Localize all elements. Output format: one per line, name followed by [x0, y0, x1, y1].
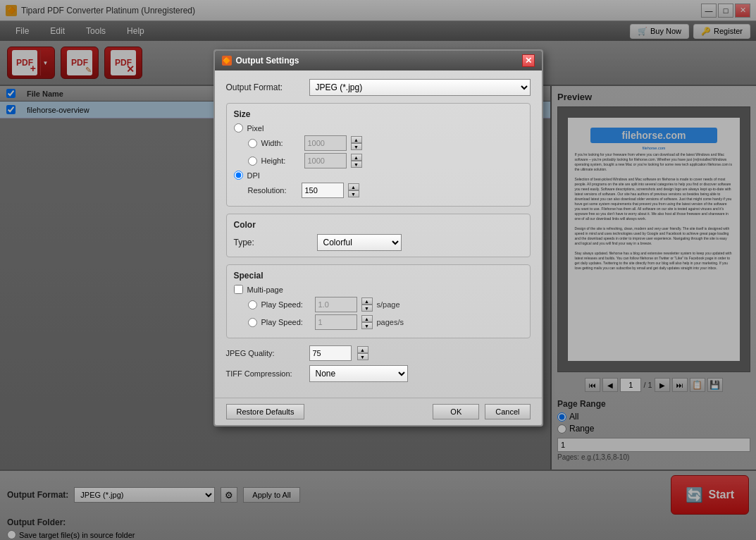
ok-button[interactable]: OK	[433, 404, 479, 419]
dialog-body: Output Format: JPEG (*.jpg) Size Pixel W…	[215, 70, 542, 395]
jpeg-quality-input[interactable]	[309, 345, 352, 361]
dialog-title: Output Settings	[236, 56, 299, 66]
play-speed-1-row: Play Speed: ▲ ▼ s/page	[248, 297, 523, 312]
jpeg-quality-label: JPEG Quality:	[226, 349, 304, 357]
dialog-overlay: 🔶 Output Settings ✕ Output Format: JPEG …	[0, 0, 756, 540]
dialog-format-row: Output Format: JPEG (*.jpg)	[226, 79, 531, 96]
dialog-close-button[interactable]: ✕	[522, 54, 535, 67]
color-type-select[interactable]: Colorful	[317, 234, 402, 251]
color-section-title: Color	[234, 220, 523, 230]
play-speed-1-unit: s/page	[377, 300, 400, 309]
play-speed-1-spinner[interactable]: ▲ ▼	[361, 297, 373, 312]
width-radio[interactable]	[248, 139, 257, 148]
dialog-format-select[interactable]: JPEG (*.jpg)	[309, 79, 531, 96]
height-spinner[interactable]: ▲ ▼	[351, 154, 362, 168]
color-type-label: Type:	[234, 238, 311, 247]
play-speed-1-input	[315, 297, 357, 312]
jpeg-quality-down[interactable]: ▼	[357, 353, 368, 360]
resolution-down[interactable]: ▼	[348, 190, 359, 197]
size-section-title: Size	[234, 109, 523, 119]
resolution-row: Resolution: ▲ ▼	[248, 183, 523, 198]
output-settings-dialog: 🔶 Output Settings ✕ Output Format: JPEG …	[213, 49, 543, 427]
jpeg-quality-row: JPEG Quality: ▲ ▼	[226, 345, 531, 361]
width-row: Width: ▲ ▼	[248, 135, 523, 151]
play-speed-2-row: Play Speed: ▲ ▼ pages/s	[248, 314, 523, 330]
dialog-titlebar: 🔶 Output Settings ✕	[215, 51, 542, 70]
dpi-radio-row: DPI	[234, 171, 523, 180]
width-up[interactable]: ▲	[351, 136, 362, 143]
color-type-row: Type: Colorful	[234, 234, 523, 251]
tiff-compression-select[interactable]: None	[309, 365, 408, 382]
height-up[interactable]: ▲	[351, 154, 362, 161]
width-label: Width:	[261, 139, 300, 147]
pixel-label: Pixel	[247, 124, 264, 133]
special-section-title: Special	[234, 271, 523, 281]
play-speed-2-radio[interactable]	[248, 318, 257, 327]
height-radio[interactable]	[248, 157, 257, 166]
play-speed-2-down[interactable]: ▼	[361, 322, 373, 329]
dpi-label: DPI	[247, 171, 260, 180]
multipage-checkbox-row: Multi-page	[234, 285, 523, 294]
dialog-format-label: Output Format:	[226, 82, 304, 92]
multipage-checkbox[interactable]	[234, 285, 243, 294]
width-spinner[interactable]: ▲ ▼	[351, 136, 362, 150]
tiff-compression-label: TIFF Compression:	[226, 369, 304, 378]
play-speed-2-spinner[interactable]: ▲ ▼	[361, 315, 373, 329]
multipage-label: Multi-page	[247, 286, 283, 294]
height-label: Height:	[261, 157, 300, 165]
dialog-ok-cancel: OK Cancel	[433, 404, 530, 419]
color-section: Color Type: Colorful	[226, 214, 531, 257]
play-speed-1-radio[interactable]	[248, 300, 257, 309]
dialog-icon: 🔶	[222, 56, 232, 66]
play-speed-1-up[interactable]: ▲	[361, 297, 373, 305]
jpeg-quality-up[interactable]: ▲	[357, 346, 368, 353]
width-down[interactable]: ▼	[351, 143, 362, 150]
play-speed-2-unit: pages/s	[377, 318, 404, 326]
height-down[interactable]: ▼	[351, 161, 362, 168]
width-input	[304, 135, 347, 151]
cancel-button[interactable]: Cancel	[485, 404, 530, 419]
play-speed-2-up[interactable]: ▲	[361, 315, 373, 322]
dpi-radio[interactable]	[234, 171, 243, 180]
restore-defaults-button[interactable]: Restore Defaults	[226, 404, 305, 419]
resolution-up[interactable]: ▲	[348, 183, 359, 190]
resolution-input[interactable]	[302, 183, 344, 198]
pixel-radio[interactable]	[234, 123, 243, 133]
play-speed-1-label: Play Speed:	[261, 300, 311, 309]
dialog-buttons: Restore Defaults OK Cancel	[215, 398, 542, 425]
play-speed-2-label: Play Speed:	[261, 318, 311, 326]
height-row: Height: ▲ ▼	[248, 153, 523, 168]
pixel-radio-row: Pixel	[234, 123, 523, 133]
play-speed-2-input	[315, 314, 357, 330]
tiff-compression-row: TIFF Compression: None	[226, 365, 531, 382]
height-input	[304, 153, 347, 168]
size-section: Size Pixel Width: ▲ ▼ Height:	[226, 103, 531, 207]
special-section: Special Multi-page Play Speed: ▲ ▼ s/pag…	[226, 264, 531, 338]
jpeg-quality-spinner[interactable]: ▲ ▼	[357, 346, 368, 360]
play-speed-1-down[interactable]: ▼	[361, 305, 373, 312]
dialog-titlebar-left: 🔶 Output Settings	[222, 56, 299, 66]
resolution-label: Resolution:	[248, 186, 297, 195]
resolution-spinner[interactable]: ▲ ▼	[348, 183, 359, 197]
